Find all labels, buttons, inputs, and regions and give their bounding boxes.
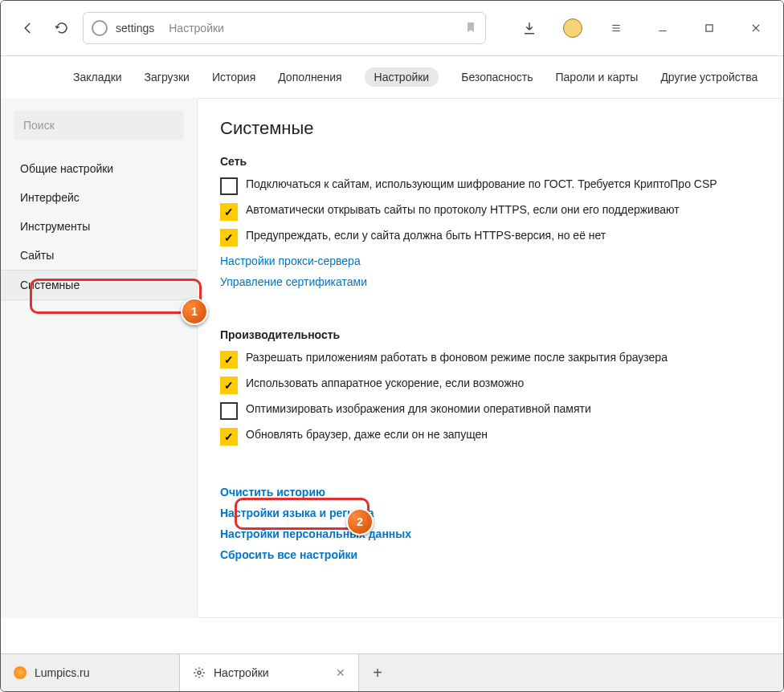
checkbox-icon xyxy=(220,229,238,246)
check-label: Разрешать приложениям работать в фоновом… xyxy=(246,351,668,364)
minimize-button[interactable] xyxy=(650,15,676,41)
topnav-addons[interactable]: Дополнения xyxy=(278,71,341,83)
sidebar-item-sites[interactable]: Сайты xyxy=(1,241,197,270)
omnibox-host: settings xyxy=(116,22,154,35)
checkbox-icon xyxy=(220,402,238,420)
link-language[interactable]: Настройки языка и региона xyxy=(220,507,782,519)
check-background-apps[interactable]: Разрешать приложениям работать в фоновом… xyxy=(220,351,782,368)
omnibox[interactable]: settings Настройки xyxy=(83,12,486,44)
section-network: Сеть xyxy=(220,155,782,168)
back-button[interactable] xyxy=(15,15,41,41)
tabbar: Lumpics.ru Настройки ✕ + xyxy=(1,653,783,691)
tab-lumpics[interactable]: Lumpics.ru xyxy=(1,654,180,691)
link-reset[interactable]: Сбросить все настройки xyxy=(220,548,782,561)
annotation-badge-1: 1 xyxy=(181,298,208,325)
annotation-badge-2: 2 xyxy=(346,508,374,535)
site-icon xyxy=(92,20,108,36)
overflow-fade xyxy=(773,99,782,617)
link-certs[interactable]: Управление сертификатами xyxy=(220,275,782,288)
check-label: Автоматически открывать сайты по протоко… xyxy=(246,203,680,216)
check-https-auto[interactable]: Автоматически открывать сайты по протоко… xyxy=(220,203,782,221)
tab-title: Lumpics.ru xyxy=(35,666,89,679)
link-personal-data[interactable]: Настройки персональных данных xyxy=(220,527,782,540)
svg-rect-0 xyxy=(706,25,713,31)
topnav-downloads[interactable]: Загрузки xyxy=(145,71,190,83)
settings-search-input[interactable]: Поиск xyxy=(14,111,184,140)
sidebar-item-tools[interactable]: Инструменты xyxy=(1,212,197,241)
section-perf: Производительность xyxy=(220,328,782,341)
checkbox-icon xyxy=(220,177,238,195)
check-label: Обновлять браузер, даже если он не запущ… xyxy=(246,428,488,441)
tab-settings[interactable]: Настройки ✕ xyxy=(180,654,359,691)
checkbox-icon xyxy=(220,351,238,368)
topnav-security[interactable]: Безопасность xyxy=(461,71,533,83)
sidebar-item-system[interactable]: Системные xyxy=(1,270,197,300)
browser-window: settings Настройки Закладки Загрузки Ист… xyxy=(0,0,784,692)
sidebar-item-interface[interactable]: Интерфейс xyxy=(1,183,197,212)
page-title: Системные xyxy=(220,118,782,139)
link-clear-history[interactable]: Очистить историю xyxy=(220,486,782,499)
topnav-history[interactable]: История xyxy=(212,71,255,83)
svg-point-1 xyxy=(198,671,201,674)
profile-avatar[interactable] xyxy=(563,18,582,38)
check-https-warn[interactable]: Предупреждать, если у сайта должна быть … xyxy=(220,229,782,246)
menu-button[interactable] xyxy=(603,15,629,41)
maximize-button[interactable] xyxy=(696,15,722,41)
checkbox-icon xyxy=(220,377,238,394)
check-optimize-images[interactable]: Оптимизировать изображения для экономии … xyxy=(220,402,782,420)
checkbox-icon xyxy=(220,428,238,446)
close-button[interactable] xyxy=(743,15,769,41)
check-label: Подключаться к сайтам, использующим шифр… xyxy=(246,177,717,190)
sun-icon xyxy=(14,666,27,679)
toolbar: settings Настройки xyxy=(1,1,783,56)
check-label: Оптимизировать изображения для экономии … xyxy=(246,402,591,415)
settings-main: Системные Сеть Подключаться к сайтам, ис… xyxy=(197,98,783,618)
new-tab-button[interactable]: + xyxy=(359,654,396,691)
topnav-bookmarks[interactable]: Закладки xyxy=(73,71,122,83)
check-hw-accel[interactable]: Использовать аппаратное ускорение, если … xyxy=(220,377,782,394)
bookmark-icon[interactable] xyxy=(464,21,477,36)
topnav-passwords[interactable]: Пароли и карты xyxy=(556,71,639,83)
tab-title: Настройки xyxy=(214,666,269,679)
check-gost[interactable]: Подключаться к сайтам, использующим шифр… xyxy=(220,177,782,195)
checkbox-icon xyxy=(220,203,238,221)
sidebar-item-general[interactable]: Общие настройки xyxy=(1,154,197,183)
topnav-settings[interactable]: Настройки xyxy=(365,67,439,87)
check-update-browser[interactable]: Обновлять браузер, даже если он не запущ… xyxy=(220,428,782,446)
link-proxy[interactable]: Настройки прокси-сервера xyxy=(220,254,782,267)
settings-sidebar: Поиск Общие настройки Интерфейс Инструме… xyxy=(1,98,197,618)
omnibox-page: Настройки xyxy=(169,22,224,35)
close-tab-icon[interactable]: ✕ xyxy=(336,666,345,679)
downloads-button[interactable] xyxy=(517,15,542,41)
settings-topnav: Закладки Загрузки История Дополнения Нас… xyxy=(1,56,783,98)
topnav-devices[interactable]: Другие устройства xyxy=(660,71,757,83)
gear-icon xyxy=(193,666,206,679)
content-area: Поиск Общие настройки Интерфейс Инструме… xyxy=(1,98,783,618)
reload-button[interactable] xyxy=(49,15,75,41)
check-label: Предупреждать, если у сайта должна быть … xyxy=(246,229,606,242)
check-label: Использовать аппаратное ускорение, если … xyxy=(246,377,524,389)
